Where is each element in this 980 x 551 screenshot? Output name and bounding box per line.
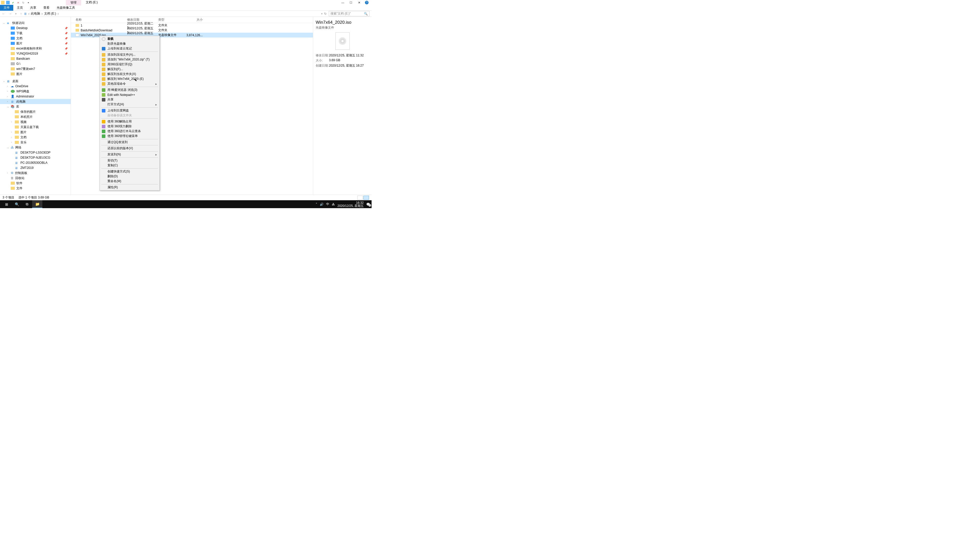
menu-item[interactable]: 使用 360强力删除 xyxy=(100,124,159,129)
menu-item[interactable]: 添加到压缩文件(A)... xyxy=(100,52,159,57)
menu-item[interactable]: 上传到百度网盘 xyxy=(100,108,159,113)
tree-item[interactable]: win7重装win7 xyxy=(0,66,71,71)
menu-item[interactable]: 属性(R) xyxy=(100,185,159,190)
tree-libraries[interactable]: ⌄📚库 xyxy=(0,104,71,109)
tab-share[interactable]: 共享 xyxy=(27,5,40,11)
minimize-button[interactable]: — xyxy=(340,1,345,4)
file-row[interactable]: 12020/12/15, 星期二 1...文件夹 xyxy=(71,23,313,28)
menu-item[interactable]: 删除(D) xyxy=(100,174,159,179)
help-button[interactable]: ? xyxy=(365,1,369,4)
task-view-button[interactable]: ⧉ xyxy=(22,200,32,208)
tree-pictures[interactable]: 图片📌 xyxy=(0,41,71,46)
tab-iso-tools[interactable]: 光盘映像工具 xyxy=(53,5,79,11)
check-icon[interactable]: ✔ xyxy=(11,1,15,4)
tree-recycle[interactable]: 🗑回收站 xyxy=(0,176,71,181)
menu-item[interactable]: Edit with Notepad++ xyxy=(100,92,159,97)
tree-item[interactable]: 🖥ZMT2019 xyxy=(0,165,71,170)
tree-item[interactable]: Bandicam xyxy=(0,56,71,61)
maximize-button[interactable]: ☐ xyxy=(348,1,353,4)
menu-item[interactable]: 重命名(M) xyxy=(100,179,159,184)
tree-item[interactable]: ›图片 xyxy=(0,130,71,135)
taskbar[interactable]: ⊞ 🔍 ⧉ 📁 ˄ 🔊 中 🖧 16:32 2020/12/25, 星期五 💬3 xyxy=(0,200,372,208)
explorer-taskbar-icon[interactable]: 📁 xyxy=(32,200,42,208)
tree-onedrive[interactable]: ›☁OneDrive xyxy=(0,84,71,89)
start-button[interactable]: ⊞ xyxy=(2,200,12,208)
menu-item[interactable]: 通过QQ发送到 xyxy=(100,140,159,144)
tree-item[interactable]: excel表格制作求和📌 xyxy=(0,46,71,51)
header-name[interactable]: 名称 xyxy=(71,17,127,22)
menu-item[interactable]: 发送到(N)▸ xyxy=(100,152,159,157)
ime-indicator[interactable]: 中 xyxy=(326,202,329,206)
close-button[interactable]: ✕ xyxy=(357,1,361,4)
context-menu[interactable]: 装载刻录光盘映像上传到有道云笔记添加到压缩文件(A)...添加到 "Win7x6… xyxy=(100,36,160,191)
forward-button[interactable]: → xyxy=(9,12,12,16)
tree-desktop-root[interactable]: ⌄🖥桌面 xyxy=(0,79,71,84)
tree-item[interactable]: 天翼云盘下载 xyxy=(0,124,71,130)
network-icon[interactable]: 🖧 xyxy=(332,203,335,206)
tree-item[interactable]: 本机照片 xyxy=(0,114,71,119)
menu-item[interactable]: 使用 360进行木马云查杀 xyxy=(100,129,159,134)
tree-desktop[interactable]: Desktop📌 xyxy=(0,25,71,30)
tree-item[interactable]: 图片 xyxy=(0,71,71,76)
action-center-icon[interactable]: 💬3 xyxy=(366,203,370,206)
tree-item[interactable]: 文件 xyxy=(0,186,71,191)
chevron-down-icon[interactable]: ▾ xyxy=(321,13,323,15)
context-tab-manage[interactable]: 管理 xyxy=(66,0,81,5)
tree-item[interactable]: ›视频 xyxy=(0,119,71,124)
tree-this-pc[interactable]: ›🖥此电脑 xyxy=(0,99,71,104)
tree-item[interactable]: ›音乐 xyxy=(0,140,71,145)
breadcrumb[interactable]: 🖥 › 此电脑 › 文档 (E:) › ▾ ↻ xyxy=(23,11,328,16)
tree-item[interactable]: 软件 xyxy=(0,181,71,186)
tree-item[interactable]: G:\ xyxy=(0,61,71,66)
chevron-down-icon[interactable]: ▾ xyxy=(27,1,30,4)
menu-item[interactable]: 创建快捷方式(S) xyxy=(100,169,159,174)
menu-item[interactable]: 共享 xyxy=(100,97,159,102)
tab-file[interactable]: 文件 xyxy=(0,5,13,11)
menu-item[interactable]: 刻录光盘映像 xyxy=(100,41,159,46)
refresh-button[interactable]: ↻ xyxy=(324,12,327,16)
tree-item[interactable]: 保存的图片 xyxy=(0,109,71,114)
tree-quick-access[interactable]: ⌄★快速访问 xyxy=(0,21,71,25)
menu-item[interactable]: 用 蜂蜜浏览器 浏览(3) xyxy=(100,87,159,92)
menu-item[interactable]: 打开方式(H)▸ xyxy=(100,102,159,107)
menu-item[interactable]: 其他压缩命令▸ xyxy=(100,81,159,86)
header-size[interactable]: 大小 xyxy=(184,17,204,22)
back-button[interactable]: ← xyxy=(2,12,5,16)
tree-downloads[interactable]: 下载📌 xyxy=(0,30,71,36)
tree-network[interactable]: ⌄🖧网络 xyxy=(0,145,71,150)
volume-icon[interactable]: 🔊 xyxy=(320,203,324,206)
menu-item[interactable]: 复制(C) xyxy=(100,163,159,168)
file-row[interactable]: BaiduNetdiskDownload2020/12/25, 星期五 1...… xyxy=(71,28,313,33)
up-button[interactable]: ↑ xyxy=(20,12,22,16)
tree-item[interactable]: 🖥DESKTOP-NJEU3CG xyxy=(0,155,71,160)
breadcrumb-pc[interactable]: 此电脑 xyxy=(31,11,40,16)
nav-tree[interactable]: ⌄★快速访问 Desktop📌 下载📌 文档📌 图片📌 excel表格制作求和📌… xyxy=(0,17,71,195)
menu-item[interactable]: 使用 360解除占用 xyxy=(100,119,159,124)
menu-item[interactable]: 剪切(T) xyxy=(100,158,159,163)
tab-view[interactable]: 查看 xyxy=(40,5,53,11)
tray-chevron-icon[interactable]: ˄ xyxy=(316,203,317,206)
chevron-down-icon[interactable]: ▾ xyxy=(15,13,17,15)
menu-item[interactable]: 装载 xyxy=(100,37,159,41)
tree-item[interactable]: YUNQISHI2019📌 xyxy=(0,51,71,56)
menu-item[interactable]: 解压到(F)... xyxy=(100,67,159,72)
tree-item[interactable]: 🖥DESKTOP-LSSOEDP xyxy=(0,150,71,155)
sync-icon[interactable]: ↻ xyxy=(21,1,25,4)
menu-item[interactable]: 用360压缩打开(Q) xyxy=(100,62,159,67)
menu-item[interactable]: 解压到 Win7x64_2020\ (E) xyxy=(100,76,159,81)
tree-control-panel[interactable]: ›⚙控制面板 xyxy=(0,170,71,176)
breadcrumb-loc[interactable]: 文档 (E:) xyxy=(44,11,56,16)
qat-item[interactable] xyxy=(6,1,10,4)
header-type[interactable]: 类型 xyxy=(158,17,184,22)
tree-admin[interactable]: ›👤Administrator xyxy=(0,94,71,99)
close-red-icon[interactable]: ✕ xyxy=(16,1,20,4)
menu-item[interactable]: 添加到 "Win7x64_2020.zip" (T) xyxy=(100,57,159,62)
clock[interactable]: 16:32 2020/12/25, 星期五 xyxy=(337,201,364,207)
tree-item[interactable]: ›文档 xyxy=(0,135,71,140)
menu-item[interactable]: 使用 360管理右键菜单 xyxy=(100,134,159,138)
menu-item[interactable]: 解压到当前文件夹(X) xyxy=(100,72,159,76)
search-input[interactable]: 搜索"文档 (E:)" 🔍 xyxy=(329,11,369,16)
search-button[interactable]: 🔍 xyxy=(12,200,22,208)
tree-documents[interactable]: 文档📌 xyxy=(0,36,71,41)
tree-wps[interactable]: ›WPS网盘 xyxy=(0,89,71,94)
